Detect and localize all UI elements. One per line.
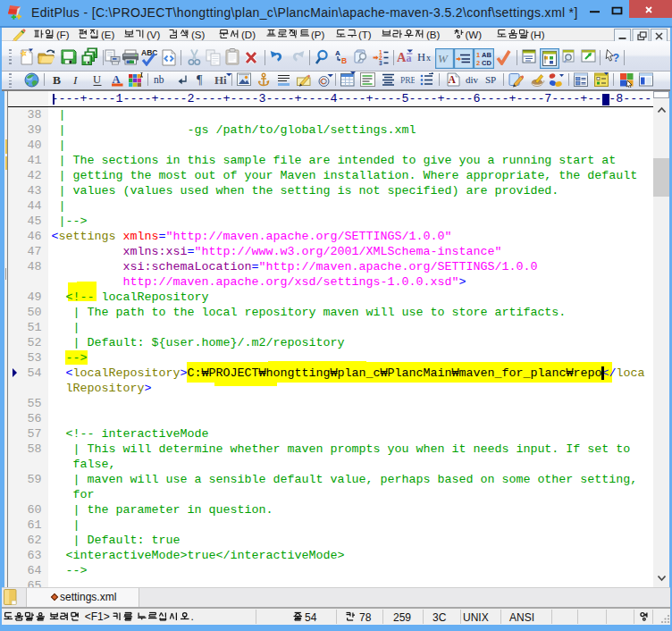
- svg-text:¶: ¶: [197, 73, 203, 87]
- svg-text:(F): (F): [56, 29, 70, 40]
- svg-text:(E): (E): [101, 29, 115, 40]
- svg-text:CD: CD: [482, 59, 491, 67]
- svg-text:.: .: [190, 610, 193, 623]
- svg-text:PRE: PRE: [400, 76, 415, 85]
- svg-text:ABC: ABC: [141, 48, 157, 57]
- svg-text:div: div: [466, 74, 479, 85]
- svg-text:x: x: [426, 53, 431, 63]
- svg-text:Hi: Hi: [214, 73, 227, 87]
- svg-text:B: B: [53, 73, 61, 86]
- svg-text:3: 3: [379, 60, 382, 65]
- svg-text:(D): (D): [241, 29, 256, 40]
- svg-text:(W): (W): [466, 29, 483, 40]
- svg-text:A: A: [335, 49, 340, 57]
- svg-text:<F1>: <F1>: [81, 610, 113, 623]
- svg-text:(B): (B): [426, 29, 441, 40]
- svg-text:W: W: [438, 52, 449, 65]
- svg-text:SP: SP: [485, 74, 496, 85]
- svg-text:A: A: [113, 73, 121, 86]
- svg-text:A: A: [449, 74, 457, 85]
- svg-text:AB: AB: [482, 51, 491, 59]
- svg-text:H: H: [417, 51, 425, 63]
- svg-text:A: A: [397, 50, 407, 64]
- svg-text:(V): (V): [147, 29, 161, 40]
- svg-text:B: B: [341, 56, 347, 65]
- svg-text:2: 2: [476, 59, 480, 67]
- svg-text:(T): (T): [358, 29, 372, 40]
- svg-text:nb: nb: [154, 74, 164, 85]
- svg-text:(H): (H): [531, 29, 545, 40]
- svg-text:?: ?: [613, 52, 620, 64]
- svg-text:1: 1: [476, 51, 480, 59]
- svg-text:U: U: [93, 73, 101, 86]
- svg-text:(P): (P): [311, 29, 325, 40]
- svg-text:I: I: [72, 73, 79, 86]
- svg-text:(S): (S): [191, 29, 206, 40]
